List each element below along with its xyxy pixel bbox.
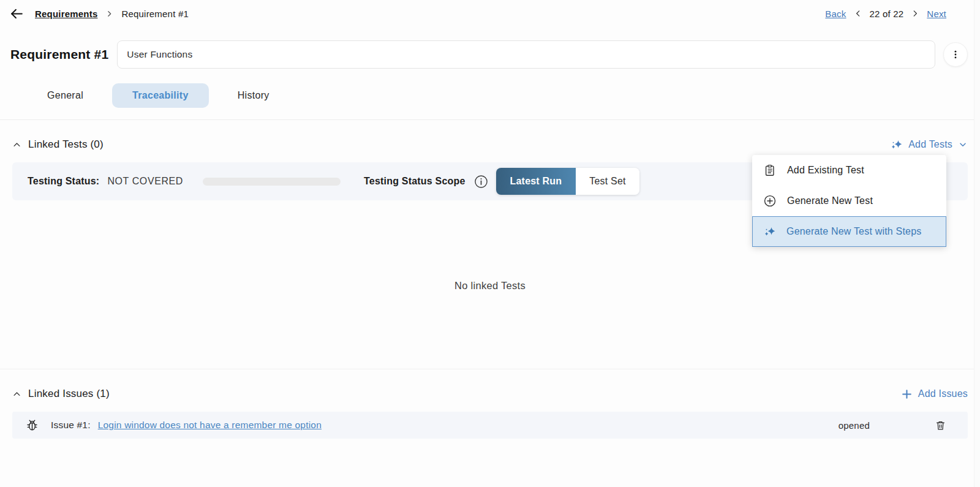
menu-item-add-existing-test[interactable]: Add Existing Test [752, 155, 946, 186]
tab-history[interactable]: History [219, 83, 288, 108]
scrollbar-gutter[interactable] [974, 0, 980, 487]
delete-issue-button[interactable] [935, 420, 946, 431]
collapse-issues-icon[interactable] [12, 390, 21, 399]
add-issues-button[interactable]: Add Issues [901, 388, 968, 400]
requirement-name-input[interactable] [117, 40, 935, 69]
add-tests-dropdown-menu: Add Existing Test Generate New Test Gene… [752, 155, 946, 247]
pager-position: 22 of 22 [870, 9, 904, 19]
issue-title-link[interactable]: Login window does not have a remember me… [98, 420, 322, 431]
linked-tests-header: Linked Tests (0) Add Tests [12, 136, 968, 153]
breadcrumb-chevron-icon [105, 10, 113, 18]
linked-tests-title: Linked Tests (0) [28, 138, 104, 151]
menu-item-generate-new-test[interactable]: Generate New Test [752, 186, 946, 216]
section-divider [0, 369, 980, 369]
info-icon[interactable] [474, 175, 488, 189]
coverage-progress-bar [203, 178, 341, 186]
issue-status-badge: opened [839, 420, 870, 431]
back-link[interactable]: Back [825, 9, 846, 19]
plus-circle-icon [763, 194, 777, 208]
next-record-icon[interactable] [911, 9, 919, 18]
linked-issues-title: Linked Issues (1) [28, 388, 110, 400]
chevron-down-icon [958, 140, 968, 149]
tab-general[interactable]: General [29, 83, 102, 108]
menu-item-generate-new-test-with-steps[interactable]: Generate New Test with Steps [752, 216, 946, 247]
next-link[interactable]: Next [927, 9, 946, 19]
collapse-tests-icon[interactable] [12, 140, 21, 149]
breadcrumb-current: Requirement #1 [121, 9, 189, 19]
plus-icon [901, 388, 913, 400]
top-navigation-bar: Requirements Requirement #1 Back 22 of 2… [0, 1, 980, 26]
record-pager: Back 22 of 22 Next [825, 9, 946, 19]
kebab-menu-icon [950, 49, 961, 60]
add-tests-label: Add Tests [908, 139, 952, 150]
menu-item-label: Add Existing Test [787, 165, 864, 176]
spacer [12, 292, 968, 369]
testing-status-value: NOT COVERED [107, 176, 183, 187]
previous-record-icon[interactable] [854, 9, 862, 18]
clipboard-icon [763, 164, 777, 177]
requirement-header: Requirement #1 [0, 26, 980, 69]
sparkle-icon [891, 138, 903, 151]
trash-icon [935, 420, 946, 431]
page-title: Requirement #1 [10, 47, 108, 62]
tab-traceability[interactable]: Traceability [112, 83, 209, 108]
testing-status-label: Testing Status: [28, 176, 99, 187]
testing-status-scope-label: Testing Status Scope [364, 176, 466, 187]
scope-toggle: Latest Run Test Set [496, 168, 639, 195]
issue-row: Issue #1: Login window does not have a r… [12, 412, 968, 439]
toggle-test-set[interactable]: Test Set [576, 168, 639, 195]
tab-bar: General Traceability History [29, 83, 980, 108]
sparkle-icon [764, 225, 776, 238]
back-arrow-icon[interactable] [9, 6, 24, 21]
add-tests-button[interactable]: Add Tests [891, 138, 968, 151]
tabs-divider [0, 119, 980, 120]
no-linked-tests-message: No linked Tests [12, 280, 968, 292]
breadcrumb-requirements-link[interactable]: Requirements [35, 9, 97, 19]
linked-issues-section: Linked Issues (1) Add Issues Issue #1: L… [0, 385, 980, 439]
bug-icon [25, 418, 39, 432]
issue-id-label: Issue #1: [51, 420, 91, 431]
linked-issues-header: Linked Issues (1) Add Issues [12, 385, 968, 402]
more-options-button[interactable] [943, 42, 968, 67]
toggle-latest-run[interactable]: Latest Run [496, 168, 576, 195]
add-issues-label: Add Issues [918, 388, 968, 399]
menu-item-label: Generate New Test [787, 195, 873, 206]
menu-item-label: Generate New Test with Steps [786, 226, 922, 237]
